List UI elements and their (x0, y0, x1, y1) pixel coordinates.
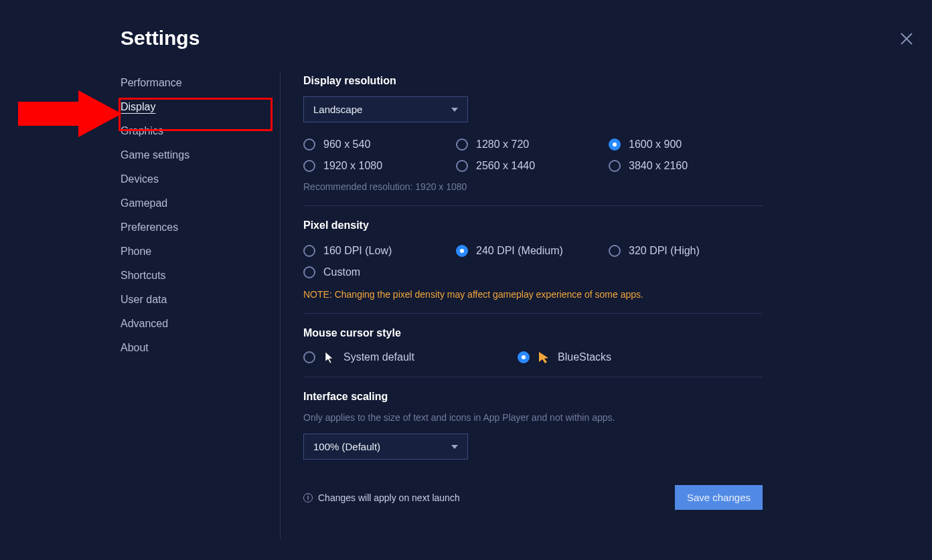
cursor-option[interactable]: System default (303, 351, 518, 363)
svg-marker-3 (539, 352, 548, 363)
sidebar-item-gamepad[interactable]: Gamepad (121, 191, 266, 215)
resolution-hint: Recommended resolution: 1920 x 1080 (303, 181, 763, 192)
launch-info-text: Changes will apply on next launch (318, 492, 460, 503)
chevron-down-icon (451, 445, 458, 449)
resolution-option-label: 1280 x 720 (476, 138, 529, 151)
sidebar-item-user-data[interactable]: User data (121, 288, 266, 312)
resolution-option[interactable]: 1920 x 1080 (303, 160, 456, 172)
resolution-title: Display resolution (303, 75, 763, 87)
sidebar-item-devices[interactable]: Devices (121, 167, 266, 191)
radio-icon (609, 138, 621, 151)
radio-icon (303, 245, 315, 257)
scaling-title: Interface scaling (303, 391, 763, 403)
sidebar-item-about[interactable]: About (121, 336, 266, 360)
dpi-option[interactable]: 320 DPI (High) (609, 245, 761, 257)
cursor-bluestacks-icon (538, 351, 550, 363)
orientation-value: Landscape (313, 104, 362, 115)
cursor-system-icon (323, 351, 335, 363)
radio-icon (456, 245, 468, 257)
save-button[interactable]: Save changes (675, 485, 763, 510)
resolution-option[interactable]: 3840 x 2160 (609, 160, 761, 172)
dpi-option-label: Custom (323, 266, 360, 278)
divider (303, 377, 763, 377)
svg-marker-4 (18, 90, 122, 137)
cursor-option[interactable]: BlueStacks (518, 351, 732, 363)
pixel-density-title: Pixel density (303, 219, 763, 231)
cursor-option-label: System default (343, 351, 414, 363)
resolution-option[interactable]: 1280 x 720 (456, 138, 609, 151)
dpi-option[interactable]: Custom (303, 266, 456, 278)
cursor-title: Mouse cursor style (303, 327, 763, 339)
scaling-select[interactable]: 100% (Default) (303, 434, 468, 460)
radio-icon (518, 351, 530, 363)
radio-icon (303, 160, 315, 172)
resolution-option[interactable]: 2560 x 1440 (456, 160, 609, 172)
dpi-option[interactable]: 160 DPI (Low) (303, 245, 456, 257)
radio-icon (303, 351, 315, 363)
cursor-option-label: BlueStacks (558, 351, 611, 363)
resolution-option-label: 1600 x 900 (629, 138, 682, 151)
pixel-density-note: NOTE: Changing the pixel density may aff… (303, 289, 763, 300)
radio-icon (303, 138, 315, 151)
resolution-option-label: 1920 x 1080 (323, 160, 382, 172)
radio-icon (456, 160, 468, 172)
scaling-value: 100% (Default) (313, 441, 380, 452)
divider (303, 313, 763, 314)
launch-info: i Changes will apply on next launch (303, 492, 460, 503)
dpi-option-label: 320 DPI (High) (629, 245, 700, 257)
sidebar-item-graphics[interactable]: Graphics (121, 119, 266, 143)
resolution-option-label: 3840 x 2160 (629, 160, 688, 172)
radio-icon (609, 160, 621, 172)
resolution-option[interactable]: 960 x 540 (303, 138, 456, 151)
scaling-hint: Only applies to the size of text and ico… (303, 412, 763, 423)
sidebar-item-phone[interactable]: Phone (121, 240, 266, 264)
divider (303, 205, 763, 206)
sidebar-item-preferences[interactable]: Preferences (121, 215, 266, 240)
page-title: Settings (121, 27, 932, 50)
chevron-down-icon (451, 108, 458, 112)
orientation-select[interactable]: Landscape (303, 96, 468, 122)
resolution-option[interactable]: 1600 x 900 (609, 138, 761, 151)
dpi-option-label: 160 DPI (Low) (323, 245, 392, 257)
sidebar: PerformanceDisplayGraphicsGame settingsD… (121, 71, 280, 360)
dpi-option[interactable]: 240 DPI (Medium) (456, 245, 609, 257)
sidebar-item-performance[interactable]: Performance (121, 71, 266, 95)
sidebar-item-advanced[interactable]: Advanced (121, 312, 266, 336)
annotation-arrow (18, 90, 122, 137)
info-icon: i (303, 493, 313, 502)
radio-icon (609, 245, 621, 257)
resolution-option-label: 2560 x 1440 (476, 160, 535, 172)
sidebar-item-shortcuts[interactable]: Shortcuts (121, 264, 266, 288)
sidebar-item-game-settings[interactable]: Game settings (121, 143, 266, 167)
sidebar-item-display[interactable]: Display (121, 95, 266, 119)
radio-icon (303, 266, 315, 278)
radio-icon (456, 138, 468, 151)
svg-marker-2 (325, 352, 333, 363)
dpi-option-label: 240 DPI (Medium) (476, 245, 563, 257)
resolution-option-label: 960 x 540 (323, 138, 370, 151)
